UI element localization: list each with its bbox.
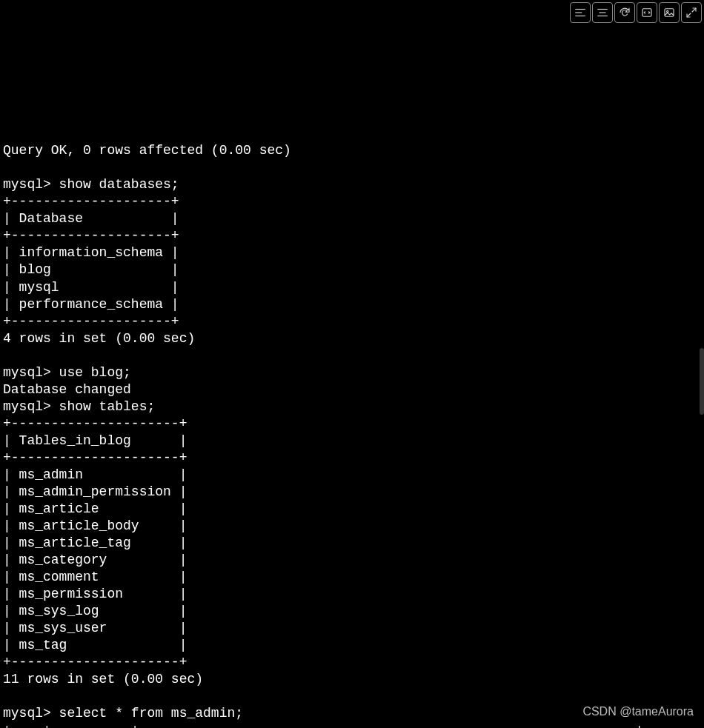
watermark: CSDN @tameAurora [582, 704, 694, 719]
db-row: | blog | [3, 262, 179, 277]
db-header: | Database | [3, 211, 179, 226]
adm-border-top: +----+----------+-----------------------… [3, 723, 643, 728]
tbl-row: | ms_tag | [3, 638, 187, 652]
tbl-row: | ms_article | [3, 501, 187, 516]
db-row: | information_schema | [3, 245, 179, 260]
db-footer: 4 rows in set (0.00 sec) [3, 331, 195, 346]
tbl-row: | ms_article_tag | [3, 535, 187, 550]
toolbar-left-align-icon[interactable] [570, 2, 591, 23]
tbl-border-mid: +---------------------+ [3, 450, 187, 465]
prompt-use-blog: mysql> use blog; [3, 365, 131, 380]
tbl-row: | ms_category | [3, 552, 187, 567]
tbl-border-bot: +---------------------+ [3, 655, 187, 669]
scrollbar[interactable] [700, 348, 704, 415]
db-border-mid: +--------------------+ [3, 228, 179, 243]
db-row: | performance_schema | [3, 297, 179, 312]
prompt-show-tables: mysql> show tables; [3, 399, 155, 414]
toolbar-image-icon[interactable] [659, 2, 680, 23]
toolbar-center-align-icon[interactable] [592, 2, 613, 23]
svg-line-10 [687, 13, 691, 17]
toolbar-code-icon[interactable] [637, 2, 657, 23]
db-border-bot: +--------------------+ [3, 314, 179, 329]
tbl-row: | ms_sys_log | [3, 604, 187, 618]
tbl-row: | ms_admin | [3, 467, 187, 482]
prompt-show-databases: mysql> show databases; [3, 177, 179, 192]
svg-line-9 [692, 8, 696, 12]
toolbar-refresh-icon[interactable] [614, 2, 635, 23]
database-changed: Database changed [3, 382, 131, 397]
tbl-row: | ms_comment | [3, 570, 187, 584]
db-border-top: +--------------------+ [3, 194, 179, 209]
prompt-select: mysql> select * from ms_admin; [3, 706, 243, 721]
toolbar [568, 2, 702, 23]
tbl-header: | Tables_in_blog | [3, 433, 187, 448]
tbl-row: | ms_sys_user | [3, 621, 187, 635]
toolbar-fullscreen-icon[interactable] [681, 2, 702, 23]
db-row: | mysql | [3, 280, 179, 295]
tbl-row: | ms_permission | [3, 587, 187, 601]
tbl-footer: 11 rows in set (0.00 sec) [3, 672, 203, 687]
tbl-row: | ms_article_body | [3, 518, 187, 533]
query-ok-line: Query OK, 0 rows affected (0.00 sec) [3, 143, 291, 158]
tbl-row: | ms_admin_permission | [3, 484, 187, 499]
svg-rect-7 [665, 9, 674, 17]
tbl-border-top: +---------------------+ [3, 416, 187, 431]
